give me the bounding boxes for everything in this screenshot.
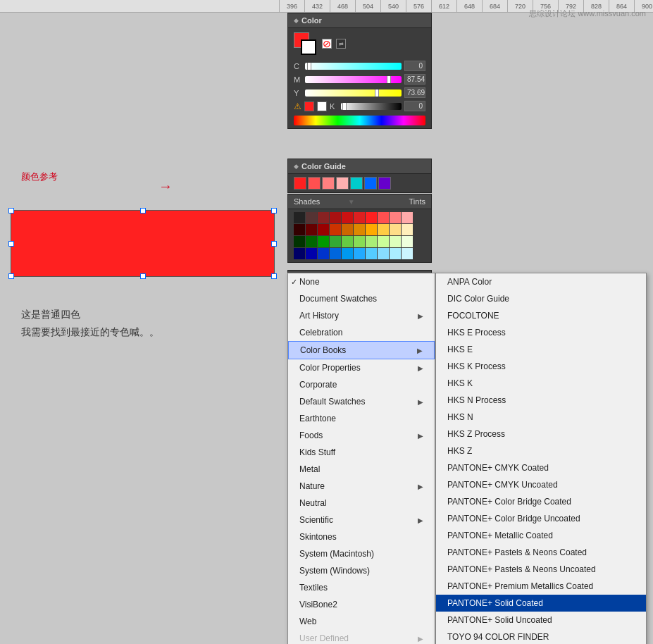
- shade-cell[interactable]: [402, 212, 413, 223]
- menu-item-scientific[interactable]: Scientific ▶: [288, 512, 435, 528]
- submenu-item-anpa[interactable]: ANPA Color: [436, 273, 646, 290]
- submenu-item-pantone-cb-coated[interactable]: PANTONE+ Color Bridge Coated: [436, 493, 646, 510]
- submenu-item-hks-n-process[interactable]: HKS N Process: [436, 392, 646, 409]
- shade-cell[interactable]: [366, 224, 377, 235]
- shade-cell[interactable]: [342, 212, 353, 223]
- submenu-item-pantone-cb-uncoated[interactable]: PANTONE+ Color Bridge Uncoated: [436, 510, 646, 527]
- shade-cell[interactable]: [318, 212, 329, 223]
- shade-cell[interactable]: [318, 236, 329, 247]
- color-guide-header[interactable]: ◆ Color Guide: [288, 159, 431, 174]
- guide-swatch-6[interactable]: [364, 177, 377, 190]
- guide-swatch-7[interactable]: [378, 177, 391, 190]
- menu-item-visibone2[interactable]: VisiBone2: [288, 596, 435, 613]
- shade-cell[interactable]: [330, 236, 341, 247]
- submenu-item-hks-e-process[interactable]: HKS E Process: [436, 324, 646, 341]
- submenu-item-pantone-premium[interactable]: PANTONE+ Premium Metallics Coated: [436, 578, 646, 595]
- menu-item-document-swatches[interactable]: Document Swatches: [288, 290, 435, 307]
- submenu-item-hks-k[interactable]: HKS K: [436, 375, 646, 392]
- menu-item-corporate[interactable]: Corporate: [288, 376, 435, 393]
- shade-cell[interactable]: [390, 236, 401, 247]
- shade-cell[interactable]: [390, 212, 401, 223]
- slider-m-thumb[interactable]: [387, 76, 391, 83]
- shade-cell[interactable]: [306, 224, 317, 235]
- menu-item-none[interactable]: None: [288, 273, 435, 290]
- submenu-item-toyo-94[interactable]: TOYO 94 COLOR FINDER: [436, 628, 646, 644]
- slider-k-track[interactable]: [341, 103, 402, 110]
- shade-cell[interactable]: [306, 212, 317, 223]
- shade-cell[interactable]: [378, 212, 389, 223]
- handle-tl[interactable]: [8, 208, 14, 213]
- menu-item-earthtone[interactable]: Earthtone: [288, 410, 435, 427]
- shade-cell[interactable]: [390, 224, 401, 235]
- shade-cell[interactable]: [342, 248, 353, 259]
- shade-cell[interactable]: [366, 212, 377, 223]
- shade-cell[interactable]: [318, 248, 329, 259]
- submenu-item-hks-e[interactable]: HKS E: [436, 341, 646, 358]
- menu-item-system-win[interactable]: System (Windows): [288, 562, 435, 579]
- menu-item-textiles[interactable]: Textiles: [288, 579, 435, 596]
- shade-cell[interactable]: [390, 248, 401, 259]
- shade-cell[interactable]: [366, 248, 377, 259]
- submenu-item-pantone-pastels-uncoated[interactable]: PANTONE+ Pastels & Neons Uncoated: [436, 561, 646, 578]
- menu-item-skintones[interactable]: Skintones: [288, 528, 435, 545]
- menu-item-celebration[interactable]: Celebration: [288, 324, 435, 341]
- shade-cell[interactable]: [342, 224, 353, 235]
- guide-swatch-2[interactable]: [308, 177, 321, 190]
- shade-cell[interactable]: [378, 248, 389, 259]
- shade-cell[interactable]: [378, 224, 389, 235]
- submenu-item-hks-z[interactable]: HKS Z: [436, 442, 646, 459]
- handle-tm[interactable]: [140, 208, 146, 213]
- shade-cell[interactable]: [294, 248, 305, 259]
- submenu-item-hks-z-process[interactable]: HKS Z Process: [436, 426, 646, 442]
- menu-item-default-swatches[interactable]: Default Swatches ▶: [288, 393, 435, 410]
- guide-swatch-4[interactable]: [336, 177, 349, 190]
- menu-item-metal[interactable]: Metal: [288, 461, 435, 478]
- submenu-item-hks-k-process[interactable]: HKS K Process: [436, 358, 646, 375]
- submenu-item-pantone-solid-uncoated[interactable]: PANTONE+ Solid Uncoated: [436, 612, 646, 628]
- guide-swatch-3[interactable]: [322, 177, 335, 190]
- shade-cell[interactable]: [402, 248, 413, 259]
- handle-tr[interactable]: [271, 208, 277, 213]
- slider-y-track[interactable]: [305, 89, 402, 97]
- shade-cell[interactable]: [366, 236, 377, 247]
- shades-dropdown-icon[interactable]: ▼: [348, 198, 355, 206]
- shade-cell[interactable]: [330, 248, 341, 259]
- submenu-item-pantone-solid-coated[interactable]: PANTONE+ Solid Coated: [436, 595, 646, 612]
- warning-swatch[interactable]: [304, 101, 314, 111]
- handle-ml[interactable]: [8, 241, 14, 247]
- shade-cell[interactable]: [402, 236, 413, 247]
- shade-cell[interactable]: [354, 236, 365, 247]
- color-gradient-bar[interactable]: [294, 116, 425, 125]
- shade-cell[interactable]: [306, 248, 317, 259]
- submenu-item-pantone-cmyk-uncoated[interactable]: PANTONE+ CMYK Uncoated: [436, 476, 646, 493]
- handle-br[interactable]: [271, 273, 277, 279]
- slider-k-thumb[interactable]: [342, 103, 347, 110]
- shade-cell[interactable]: [354, 248, 365, 259]
- submenu-item-focoltone[interactable]: FOCOLTONE: [436, 307, 646, 324]
- stroke-box[interactable]: [301, 39, 316, 55]
- menu-item-foods[interactable]: Foods ▶: [288, 427, 435, 444]
- submenu-item-pantone-metallic[interactable]: PANTONE+ Metallic Coated: [436, 527, 646, 544]
- shade-cell[interactable]: [294, 224, 305, 235]
- submenu-item-dic[interactable]: DIC Color Guide: [436, 290, 646, 307]
- menu-item-user-defined[interactable]: User Defined ▶: [288, 630, 435, 644]
- menu-item-color-properties[interactable]: Color Properties ▶: [288, 359, 435, 376]
- menu-item-web[interactable]: Web: [288, 613, 435, 630]
- shade-cell[interactable]: [330, 212, 341, 223]
- menu-item-color-books[interactable]: Color Books ▶: [288, 341, 435, 359]
- menu-item-nature[interactable]: Nature ▶: [288, 478, 435, 495]
- handle-mr[interactable]: [271, 241, 277, 247]
- shade-cell[interactable]: [378, 236, 389, 247]
- shade-cell[interactable]: [306, 236, 317, 247]
- handle-bm[interactable]: [140, 273, 146, 279]
- color-panel-header[interactable]: ◆ Color: [288, 13, 431, 28]
- shade-cell[interactable]: [294, 212, 305, 223]
- menu-item-system-mac[interactable]: System (Macintosh): [288, 545, 435, 562]
- guide-swatch-5[interactable]: [350, 177, 363, 190]
- swap-arrows-icon[interactable]: ⇄: [336, 39, 346, 49]
- shade-cell[interactable]: [294, 236, 305, 247]
- menu-item-art-history[interactable]: Art History ▶: [288, 307, 435, 324]
- fill-stroke-box[interactable]: [294, 32, 316, 55]
- slider-c-thumb[interactable]: [307, 63, 311, 70]
- submenu-item-pantone-pastels-coated[interactable]: PANTONE+ Pastels & Neons Coated: [436, 544, 646, 561]
